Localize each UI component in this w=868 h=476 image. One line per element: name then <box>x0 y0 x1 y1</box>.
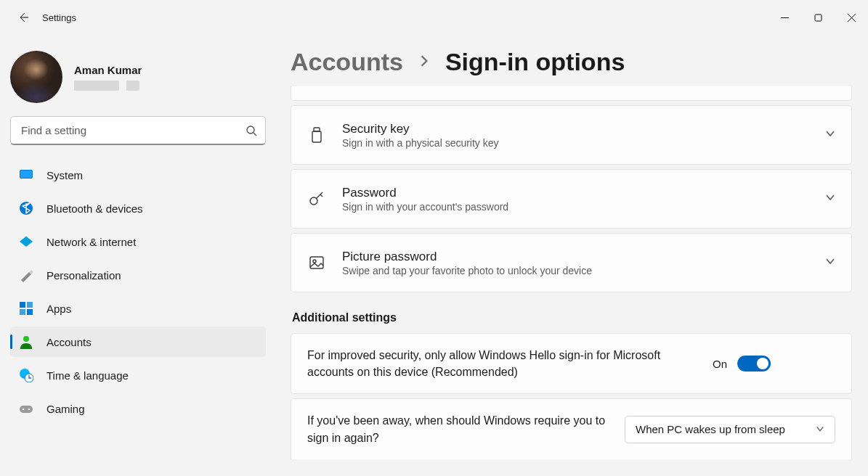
window-controls <box>768 6 868 29</box>
sidebar-item-bluetooth[interactable]: Bluetooth & devices <box>10 193 266 223</box>
sidebar-item-label: Time & language <box>46 369 129 382</box>
chevron-down-icon <box>825 128 835 141</box>
option-picture-password[interactable]: Picture password Swipe and tap your favo… <box>291 233 852 292</box>
svg-point-1 <box>247 126 254 134</box>
sidebar: Aman Kumar System Bluetooth & devices <box>0 35 276 476</box>
maximize-button[interactable] <box>801 6 835 29</box>
option-subtitle: Swipe and tap your favorite photo to unl… <box>342 265 809 276</box>
main-content: Accounts Sign-in options Security key Si… <box>276 35 868 476</box>
app-title: Settings <box>42 12 76 23</box>
sidebar-item-apps[interactable]: Apps <box>10 293 266 324</box>
profile-subtext <box>74 81 142 91</box>
option-title: Picture password <box>342 250 809 264</box>
svg-rect-16 <box>312 131 321 142</box>
option-security-key[interactable]: Security key Sign in with a physical sec… <box>291 105 852 165</box>
search-input[interactable] <box>10 116 266 145</box>
toggle-switch[interactable] <box>737 356 771 372</box>
search-icon <box>246 125 257 136</box>
sidebar-item-label: Apps <box>46 303 71 315</box>
system-icon <box>19 168 33 182</box>
sidebar-item-label: Bluetooth & devices <box>46 202 143 215</box>
option-subtitle: Sign in with your account's password <box>342 201 809 213</box>
option-subtitle: Sign in with a physical security key <box>342 137 809 149</box>
skeleton-placeholder <box>126 81 139 91</box>
chevron-down-icon <box>816 423 824 435</box>
usb-key-icon <box>307 126 326 144</box>
dropdown-selected: When PC wakes up from sleep <box>636 423 785 435</box>
svg-rect-18 <box>310 257 323 268</box>
bluetooth-icon <box>19 201 33 216</box>
minimize-icon <box>781 14 789 22</box>
maximize-icon <box>814 14 822 22</box>
avatar <box>10 51 62 103</box>
person-icon <box>19 335 33 349</box>
svg-rect-6 <box>27 302 33 308</box>
chevron-down-icon <box>825 192 835 205</box>
sidebar-item-accounts[interactable]: Accounts <box>10 327 266 357</box>
sidebar-item-personalization[interactable]: Personalization <box>10 260 266 290</box>
setting-text: If you've been away, when should Windows… <box>307 412 612 446</box>
setting-text: For improved security, only allow Window… <box>307 347 699 380</box>
svg-rect-8 <box>27 309 33 315</box>
setting-windows-hello-only: For improved security, only allow Window… <box>291 333 852 394</box>
svg-rect-12 <box>20 406 33 413</box>
key-icon <box>307 189 326 208</box>
chevron-down-icon <box>825 256 835 269</box>
profile-name: Aman Kumar <box>74 64 142 76</box>
sidebar-item-system[interactable]: System <box>10 160 266 190</box>
svg-rect-0 <box>815 15 822 21</box>
clock-globe-icon <box>19 368 33 382</box>
svg-rect-7 <box>20 309 25 315</box>
close-button[interactable] <box>835 6 868 29</box>
profile-block[interactable]: Aman Kumar <box>10 48 266 116</box>
sidebar-item-time-language[interactable]: Time & language <box>10 360 266 390</box>
wifi-icon <box>19 234 33 249</box>
section-heading: Additional settings <box>292 311 852 324</box>
svg-rect-15 <box>314 128 320 131</box>
svg-point-13 <box>23 409 25 411</box>
gamepad-icon <box>19 401 33 416</box>
breadcrumb-parent[interactable]: Accounts <box>291 48 403 76</box>
paint-icon <box>19 268 33 282</box>
sidebar-item-label: System <box>46 169 83 181</box>
minimize-button[interactable] <box>768 6 801 29</box>
nav-list: System Bluetooth & devices Network & int… <box>10 160 266 424</box>
toggle-state-label: On <box>713 358 727 370</box>
sidebar-item-label: Personalization <box>46 269 121 282</box>
option-title: Security key <box>342 122 809 136</box>
page-title: Sign-in options <box>445 48 625 76</box>
sidebar-item-gaming[interactable]: Gaming <box>10 393 266 424</box>
option-password[interactable]: Password Sign in with your account's pas… <box>291 169 852 229</box>
apps-icon <box>19 301 33 316</box>
svg-point-19 <box>313 260 316 263</box>
setting-require-signin: If you've been away, when should Windows… <box>291 398 852 459</box>
picture-icon <box>307 253 326 272</box>
search-container <box>10 116 266 145</box>
back-button[interactable] <box>9 3 38 32</box>
titlebar: Settings <box>0 0 868 35</box>
chevron-right-icon <box>418 54 431 70</box>
arrow-left-icon <box>17 12 29 23</box>
sidebar-item-label: Network & internet <box>46 236 136 248</box>
require-signin-dropdown[interactable]: When PC wakes up from sleep <box>625 416 835 443</box>
svg-rect-5 <box>20 302 25 308</box>
sidebar-item-label: Accounts <box>46 336 92 348</box>
breadcrumb: Accounts Sign-in options <box>291 48 852 76</box>
svg-rect-3 <box>20 171 32 178</box>
sidebar-item-label: Gaming <box>46 403 85 415</box>
close-icon <box>848 14 856 22</box>
option-title: Password <box>342 186 809 200</box>
collapsed-option-stub[interactable] <box>291 86 852 101</box>
skeleton-placeholder <box>74 81 119 91</box>
sidebar-item-network[interactable]: Network & internet <box>10 226 266 257</box>
svg-point-9 <box>23 336 29 342</box>
svg-point-14 <box>28 409 31 411</box>
